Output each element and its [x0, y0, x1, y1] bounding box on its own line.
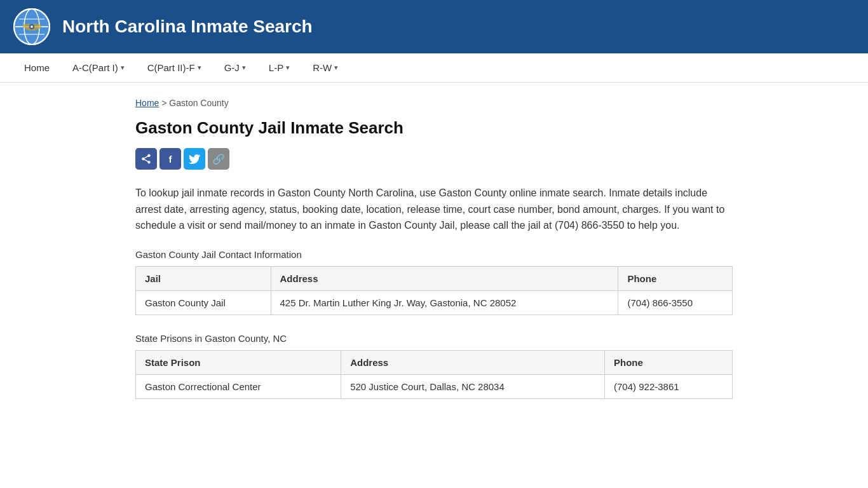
main-content: Home > Gaston County Gaston County Jail …: [123, 83, 745, 432]
breadcrumb-separator: >: [161, 98, 169, 108]
nav-caret: ▾: [198, 64, 201, 72]
jail-name-cell: Gaston County Jail: [136, 290, 271, 315]
site-logo: [13, 8, 51, 46]
copy-link-button[interactable]: 🔗: [208, 148, 229, 170]
nav-caret: ▾: [242, 64, 246, 72]
jail-col-address: Address: [271, 266, 618, 290]
nav-caret: ▾: [286, 64, 290, 72]
nav-l-p[interactable]: L-P ▾: [257, 53, 301, 82]
prison-address-cell: 520 Justice Court, Dallas, NC 28034: [341, 374, 605, 398]
twitter-button[interactable]: [184, 148, 205, 170]
breadcrumb-home-link[interactable]: Home: [135, 98, 159, 108]
prison-table: State Prison Address Phone Gaston Correc…: [135, 350, 733, 399]
main-nav: Home A-C(Part I) ▾ C(Part II)-F ▾ G-J ▾ …: [0, 53, 868, 83]
nav-g-j[interactable]: G-J ▾: [213, 53, 257, 82]
breadcrumb: Home > Gaston County: [135, 98, 733, 108]
table-row: Gaston County Jail 425 Dr. Martin Luther…: [136, 290, 733, 315]
jail-col-jail: Jail: [136, 266, 271, 290]
table-row: Gaston Correctional Center 520 Justice C…: [136, 374, 733, 398]
site-title: North Carolina Inmate Search: [62, 17, 313, 37]
page-title: Gaston County Jail Inmate Search: [135, 118, 733, 138]
nav-home[interactable]: Home: [13, 53, 61, 82]
nav-c-part2-f[interactable]: C(Part II)-F ▾: [136, 53, 213, 82]
nav-caret: ▾: [334, 64, 338, 72]
share-button[interactable]: [135, 148, 157, 170]
facebook-button[interactable]: f: [159, 148, 181, 170]
jail-col-phone: Phone: [618, 266, 733, 290]
prison-name-cell: Gaston Correctional Center: [136, 374, 341, 398]
nav-r-w[interactable]: R-W ▾: [301, 53, 349, 82]
breadcrumb-current: Gaston County: [169, 98, 228, 108]
svg-point-7: [31, 25, 33, 28]
nav-a-c-part1[interactable]: A-C(Part I) ▾: [61, 53, 136, 82]
prison-col-address: Address: [341, 350, 605, 374]
site-header: North Carolina Inmate Search: [0, 0, 868, 53]
jail-section-label: Gaston County Jail Contact Information: [135, 249, 733, 260]
nav-caret: ▾: [121, 64, 125, 72]
jail-table: Jail Address Phone Gaston County Jail 42…: [135, 266, 733, 315]
jail-address-cell: 425 Dr. Martin Luther King Jr. Way, Gast…: [271, 290, 618, 315]
description-text: To lookup jail inmate records in Gaston …: [135, 185, 733, 234]
prison-phone-cell: (704) 922-3861: [605, 374, 733, 398]
social-buttons: f 🔗: [135, 148, 733, 170]
jail-phone-cell: (704) 866-3550: [618, 290, 733, 315]
prison-col-name: State Prison: [136, 350, 341, 374]
prison-col-phone: Phone: [605, 350, 733, 374]
prison-section-label: State Prisons in Gaston County, NC: [135, 333, 733, 344]
